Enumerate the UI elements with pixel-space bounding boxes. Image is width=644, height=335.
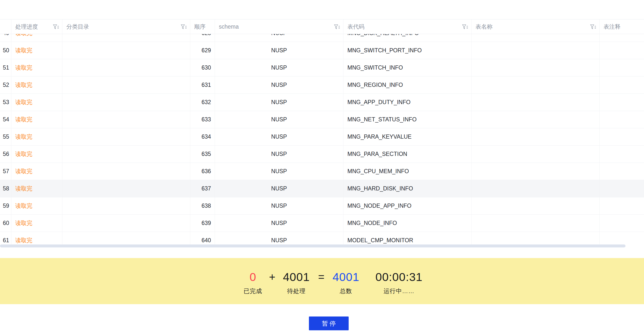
pending-value: 4001 (283, 271, 310, 283)
cell-schema: NUSP (215, 146, 344, 163)
table-row[interactable]: 54 读取完 633 NUSP MNG_NET_STATUS_INFO (0, 111, 644, 128)
cell-comment (600, 163, 644, 180)
table-header-row: 处理进度 分类目录 顺序 (0, 19, 644, 34)
cell-code: MNG_NET_STATUS_INFO (344, 111, 472, 128)
cell-comment (600, 180, 644, 197)
table-row[interactable]: 58 读取完 637 NUSP MNG_HARD_DISK_INFO (0, 180, 644, 197)
cell-rownum: 53 (0, 94, 11, 111)
filter-funnel-icon[interactable] (590, 24, 596, 30)
cell-progress: 读取完 (11, 214, 62, 232)
cell-progress: 读取完 (11, 76, 62, 94)
cell-schema: NUSP (215, 76, 344, 94)
cell-seq: 630 (190, 59, 215, 76)
table-row[interactable]: 57 读取完 636 NUSP MNG_CPU_MEM_INFO (0, 163, 644, 180)
stat-timer: 00:00:31 运行中…… (376, 271, 423, 295)
cell-rownum: 50 (0, 42, 11, 59)
page: 处理进度 分类目录 顺序 (0, 0, 644, 335)
cell-schema: NUSP (215, 34, 344, 42)
header-label-comment: 表注释 (604, 23, 620, 30)
table-row[interactable]: 53 读取完 632 NUSP MNG_APP_DUTY_INFO (0, 94, 644, 111)
cell-progress: 读取完 (11, 146, 62, 163)
cell-seq: 637 (190, 180, 215, 197)
pause-button[interactable]: 暂停 (309, 316, 349, 330)
cell-comment (600, 59, 644, 76)
cell-comment (600, 111, 644, 128)
cell-schema: NUSP (215, 197, 344, 214)
cell-seq: 631 (190, 76, 215, 94)
table-row[interactable]: 55 读取完 634 NUSP MNG_PARA_KEYVALUE (0, 128, 644, 146)
cell-name (472, 128, 600, 146)
cell-name (472, 34, 600, 42)
cell-rownum: 49 (0, 34, 11, 42)
table-row[interactable]: 49 读取完 628 NUSP MNG_DISK_HEALTH_INFO (0, 34, 644, 42)
horizontal-scrollbar-thumb[interactable] (0, 244, 626, 248)
cell-seq: 634 (190, 128, 215, 146)
data-table: 处理进度 分类目录 顺序 (0, 19, 644, 245)
cell-category (62, 59, 190, 76)
table-row[interactable]: 60 读取完 639 NUSP MNG_NODE_INFO (0, 214, 644, 232)
header-cell-seq: 顺序 (190, 20, 215, 34)
cell-rownum: 54 (0, 111, 11, 128)
cell-schema: NUSP (215, 59, 344, 76)
table-row[interactable]: 52 读取完 631 NUSP MNG_REGION_INFO (0, 76, 644, 94)
cell-code: MNG_SWITCH_INFO (344, 59, 472, 76)
header-cell-rownum (0, 20, 11, 34)
table-row[interactable]: 50 读取完 629 NUSP MNG_SWITCH_PORT_INFO (0, 42, 644, 59)
cell-comment (600, 94, 644, 111)
filter-funnel-icon[interactable] (334, 24, 340, 30)
table-body-viewport: 49 读取完 628 NUSP MNG_DISK_HEALTH_INFO 50 … (0, 34, 644, 245)
cell-comment (600, 232, 644, 245)
cell-name (472, 214, 600, 232)
cell-code: MNG_NODE_INFO (344, 214, 472, 232)
filter-funnel-icon[interactable] (52, 24, 59, 30)
cell-category (62, 111, 190, 128)
cell-schema: NUSP (215, 94, 344, 111)
cell-category (62, 42, 190, 59)
cell-schema: NUSP (215, 232, 344, 245)
cell-category (62, 94, 190, 111)
cell-category (62, 76, 190, 94)
cell-seq: 635 (190, 146, 215, 163)
progress-summary-banner: 0 已完成 + 4001 待处理 = 4001 总数 00:00:31 运行中…… (0, 258, 644, 304)
cell-rownum: 57 (0, 163, 11, 180)
table-row[interactable]: 61 读取完 640 NUSP MODEL_CMP_MONITOR (0, 232, 644, 245)
done-label: 已完成 (244, 287, 262, 295)
header-cell-comment: 表注释 (600, 20, 644, 34)
cell-progress: 读取完 (11, 197, 62, 214)
plus-operator: + (269, 271, 275, 283)
cell-code: MNG_REGION_INFO (344, 76, 472, 94)
cell-code: MNG_NODE_APP_INFO (344, 197, 472, 214)
table-row[interactable]: 51 读取完 630 NUSP MNG_SWITCH_INFO (0, 59, 644, 76)
header-cell-category: 分类目录 (62, 20, 190, 34)
header-cell-progress: 处理进度 (11, 20, 62, 34)
equals-operator: = (318, 271, 324, 283)
cell-name (472, 111, 600, 128)
cell-name (472, 163, 600, 180)
filter-funnel-icon[interactable] (180, 24, 187, 30)
cell-rownum: 59 (0, 197, 11, 214)
cell-category (62, 163, 190, 180)
cell-progress: 读取完 (11, 128, 62, 146)
cell-name (472, 232, 600, 245)
cell-code: MNG_APP_DUTY_INFO (344, 94, 472, 111)
stat-done: 0 已完成 (244, 271, 262, 295)
cell-category (62, 232, 190, 245)
cell-seq: 629 (190, 42, 215, 59)
cell-category (62, 34, 190, 42)
cell-rownum: 58 (0, 180, 11, 197)
header-label-schema: schema (219, 24, 239, 30)
cell-schema: NUSP (215, 128, 344, 146)
cell-rownum: 51 (0, 59, 11, 76)
cell-name (472, 146, 600, 163)
cell-name (472, 76, 600, 94)
cell-code: MNG_SWITCH_PORT_INFO (344, 42, 472, 59)
filter-funnel-icon[interactable] (462, 24, 468, 30)
cell-schema: NUSP (215, 214, 344, 232)
cell-rownum: 56 (0, 146, 11, 163)
table-row[interactable]: 56 读取完 635 NUSP MNG_PARA_SECTION (0, 146, 644, 163)
table-row[interactable]: 59 读取完 638 NUSP MNG_NODE_APP_INFO (0, 197, 644, 214)
timer-label: 运行中…… (376, 287, 423, 295)
cell-name (472, 42, 600, 59)
cell-category (62, 146, 190, 163)
cell-name (472, 197, 600, 214)
